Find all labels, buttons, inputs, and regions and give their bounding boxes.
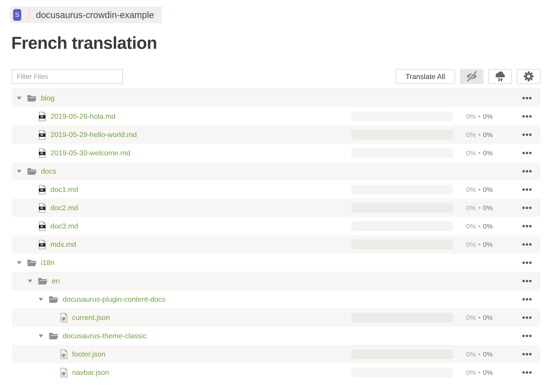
translated-percent: 0% — [466, 149, 476, 157]
file-name-link[interactable]: 2019-05-30-welcome.md — [50, 149, 130, 157]
file-row[interactable]: current.json 0% • 0% — [12, 308, 540, 327]
folder-icon — [49, 296, 58, 303]
file-row[interactable]: M↓ 2019-05-29-hello-world.md 0% • 0% — [12, 126, 540, 144]
project-files-page: S docusaurus-crowdin-example French tran… — [0, 0, 549, 392]
breadcrumb-project-name[interactable]: docusaurus-crowdin-example — [36, 10, 154, 20]
row-menu-button[interactable] — [522, 363, 532, 382]
approved-percent: 0% — [483, 186, 492, 194]
folder-row[interactable]: en — [12, 272, 540, 290]
chrome-logo-icon — [62, 317, 66, 321]
row-menu-button[interactable] — [522, 144, 532, 162]
translated-percent: 0% — [466, 314, 476, 322]
file-row[interactable]: navbar.json 0% • 0% — [12, 363, 540, 382]
row-menu-button[interactable] — [522, 272, 532, 290]
markdown-file-icon: M↓ — [39, 148, 46, 158]
collapse-toggle-icon[interactable] — [17, 97, 21, 100]
file-name-link[interactable]: current.json — [72, 313, 110, 322]
row-menu-button[interactable] — [522, 126, 532, 144]
approved-percent: 0% — [483, 131, 492, 139]
row-menu-button[interactable] — [522, 107, 532, 126]
gear-icon — [523, 70, 535, 83]
folder-name-link[interactable]: docs — [41, 167, 56, 175]
collapse-toggle-icon[interactable] — [39, 334, 43, 338]
project-avatar-badge[interactable]: S — [13, 9, 21, 21]
row-menu-button[interactable] — [522, 254, 532, 272]
folder-icon — [49, 332, 58, 340]
approved-percent: 0% — [483, 314, 492, 322]
ellipsis-icon — [522, 115, 532, 118]
folder-row[interactable]: blog — [12, 89, 540, 107]
progress-percentages: 0% • 0% — [466, 126, 493, 144]
row-menu-button[interactable] — [522, 308, 532, 327]
row-left: M↓ doc3.md — [12, 222, 78, 231]
markdown-badge: M↓ — [39, 207, 45, 210]
file-name-link[interactable]: doc1.md — [50, 185, 78, 194]
settings-button[interactable] — [517, 69, 540, 84]
ellipsis-icon — [522, 170, 532, 173]
filter-files-input[interactable] — [12, 69, 123, 84]
row-menu-button[interactable] — [522, 217, 532, 235]
eye-slash-icon — [466, 70, 478, 83]
row-menu-button[interactable] — [522, 180, 532, 199]
collapse-toggle-icon[interactable] — [17, 170, 21, 173]
file-name-link[interactable]: navbar.json — [72, 368, 109, 377]
ellipsis-icon — [522, 298, 532, 301]
folder-name-link[interactable]: en — [52, 277, 60, 285]
file-name-link[interactable]: doc2.md — [50, 204, 78, 212]
chrome-logo-icon — [62, 372, 66, 376]
file-row[interactable]: M↓ mdx.md 0% • 0% — [12, 235, 540, 254]
row-left: docusaurus-plugin-content-docs — [12, 295, 165, 303]
row-menu-button[interactable] — [522, 235, 532, 254]
collapse-toggle-icon[interactable] — [39, 298, 43, 301]
file-name-link[interactable]: mdx.md — [50, 240, 76, 249]
translate-all-button[interactable]: Translate All — [396, 69, 455, 84]
markdown-file-icon: M↓ — [39, 112, 46, 121]
folder-row[interactable]: docusaurus-theme-classic — [12, 327, 540, 345]
translated-percent: 0% — [466, 222, 476, 230]
ellipsis-icon — [522, 316, 532, 319]
markdown-badge: M↓ — [39, 243, 45, 247]
progress-percentages: 0% • 0% — [466, 345, 493, 363]
row-left: docs — [12, 167, 56, 175]
folder-icon — [27, 259, 37, 266]
row-menu-button[interactable] — [522, 327, 532, 345]
file-name-link[interactable]: footer.json — [72, 350, 106, 358]
folder-row[interactable]: docs — [12, 162, 540, 180]
file-row[interactable]: footer.json 0% • 0% — [12, 345, 540, 363]
file-name-link[interactable]: 2019-05-29-hello-world.md — [50, 131, 137, 139]
row-menu-button[interactable] — [522, 345, 532, 363]
file-row[interactable]: M↓ doc2.md 0% • 0% — [12, 199, 540, 217]
folder-row[interactable]: docusaurus-plugin-content-docs — [12, 290, 540, 308]
file-name-link[interactable]: doc3.md — [50, 222, 78, 230]
row-left: i18n — [12, 259, 55, 267]
progress-percentages: 0% • 0% — [466, 235, 493, 254]
file-row[interactable]: M↓ 2019-05-28-hola.md 0% • 0% — [12, 107, 540, 126]
progress-percentages: 0% • 0% — [466, 107, 493, 126]
file-row[interactable]: M↓ doc3.md 0% • 0% — [12, 217, 540, 235]
file-name-link[interactable]: 2019-05-28-hola.md — [50, 112, 115, 121]
row-left: docusaurus-theme-classic — [12, 332, 147, 340]
progress-bar — [351, 112, 453, 121]
row-left: M↓ 2019-05-30-welcome.md — [12, 148, 130, 158]
toolbar-actions: Translate All — [396, 69, 540, 84]
file-row[interactable]: M↓ 2019-05-30-welcome.md 0% • 0% — [12, 144, 540, 162]
folder-name-link[interactable]: blog — [41, 94, 55, 102]
translated-percent: 0% — [466, 369, 476, 376]
folder-name-link[interactable]: i18n — [41, 259, 55, 267]
collapse-toggle-icon[interactable] — [17, 261, 21, 264]
hide-completed-button[interactable] — [460, 69, 484, 84]
file-row[interactable]: M↓ doc1.md 0% • 0% — [12, 180, 540, 199]
folder-name-link[interactable]: docusaurus-theme-classic — [63, 332, 147, 340]
row-menu-button[interactable] — [522, 89, 532, 107]
row-menu-button[interactable] — [522, 162, 532, 180]
row-menu-button[interactable] — [522, 290, 532, 308]
collapse-toggle-icon[interactable] — [28, 280, 32, 283]
ellipsis-icon — [522, 207, 532, 209]
toolbar: Translate All — [12, 69, 540, 84]
folder-name-link[interactable]: docusaurus-plugin-content-docs — [63, 295, 165, 303]
sync-translations-button[interactable] — [488, 69, 512, 84]
folder-row[interactable]: i18n — [12, 254, 540, 272]
row-menu-button[interactable] — [522, 199, 532, 217]
progress-percentages: 0% • 0% — [466, 180, 493, 199]
percent-separator: • — [478, 223, 480, 230]
